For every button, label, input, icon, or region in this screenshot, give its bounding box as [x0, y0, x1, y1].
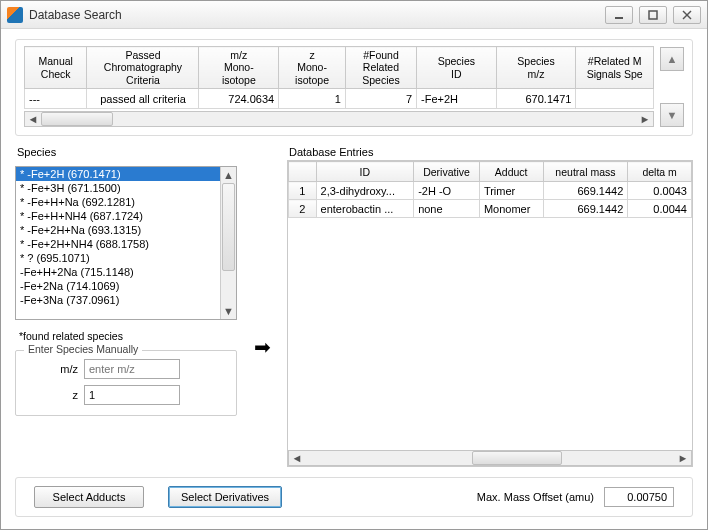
- db-label: Database Entries: [289, 146, 693, 158]
- db-cell-id: enterobactin ...: [316, 200, 414, 218]
- z-label: z: [24, 389, 78, 401]
- scroll-vtrack[interactable]: [221, 183, 236, 303]
- db-table[interactable]: ID Derivative Adduct neutral mass delta …: [288, 161, 692, 218]
- app-window: Database Search: [0, 0, 708, 530]
- species-item[interactable]: -Fe+3Na (737.0961): [16, 293, 220, 307]
- cell-mz-mono: 724.0634: [199, 89, 279, 109]
- z-input[interactable]: [84, 385, 180, 405]
- svg-rect-0: [615, 17, 623, 19]
- titlebar: Database Search: [1, 1, 707, 29]
- minimize-icon: [614, 10, 624, 20]
- bottom-bar: Select Adducts Select Derivatives Max. M…: [15, 477, 693, 517]
- scroll-left-icon[interactable]: ◄: [289, 451, 305, 465]
- svg-rect-1: [649, 11, 657, 19]
- db-col-delta-m[interactable]: delta m: [628, 162, 692, 182]
- db-cell-derivative: -2H -O: [414, 182, 480, 200]
- col-related-signals[interactable]: #Related M Signals Spe: [576, 47, 654, 89]
- db-col-derivative[interactable]: Derivative: [414, 162, 480, 182]
- arrow-down-icon: ▼: [667, 109, 678, 121]
- species-vscrollbar[interactable]: ▲ ▼: [220, 167, 236, 319]
- col-species-id[interactable]: Species ID: [417, 47, 497, 89]
- scroll-thumb[interactable]: [472, 451, 562, 465]
- db-table-wrap: ID Derivative Adduct neutral mass delta …: [287, 160, 693, 467]
- row-down-button[interactable]: ▼: [660, 103, 684, 127]
- db-cell-rownum: 2: [289, 200, 317, 218]
- close-button[interactable]: [673, 6, 701, 24]
- species-item[interactable]: * -Fe+2H+NH4 (688.1758): [16, 237, 220, 251]
- species-item[interactable]: * -Fe+H+NH4 (687.1724): [16, 209, 220, 223]
- db-cell-rownum: 1: [289, 182, 317, 200]
- species-footnote: *found related species: [19, 330, 237, 342]
- db-row[interactable]: 2enterobactin ...noneMonomer669.14420.00…: [289, 200, 692, 218]
- app-icon: [7, 7, 23, 23]
- manual-entry-legend: Enter Species Manually: [24, 343, 142, 355]
- cell-manual-check: ---: [25, 89, 87, 109]
- cell-z-mono: 1: [279, 89, 346, 109]
- row-nav-buttons: ▲ ▼: [660, 47, 684, 127]
- row-up-button[interactable]: ▲: [660, 47, 684, 71]
- results-table[interactable]: Manual Check Passed Chromatography Crite…: [24, 46, 654, 109]
- close-icon: [682, 10, 692, 20]
- scroll-vthumb[interactable]: [222, 183, 235, 271]
- species-item[interactable]: * -Fe+H+Na (692.1281): [16, 195, 220, 209]
- results-table-wrap: Manual Check Passed Chromatography Crite…: [24, 46, 654, 127]
- col-passed-criteria[interactable]: Passed Chromatography Criteria: [87, 47, 199, 89]
- col-manual-check[interactable]: Manual Check: [25, 47, 87, 89]
- species-item[interactable]: * -Fe+3H (671.1500): [16, 181, 220, 195]
- mid-row: Species * -Fe+2H (670.1471)* -Fe+3H (671…: [15, 146, 693, 467]
- cell-passed-criteria: passed all criteria: [87, 89, 199, 109]
- window-controls: [605, 6, 701, 24]
- db-column: Database Entries ID Derivative Adduct: [287, 146, 693, 467]
- arrow-right-icon: ➡: [254, 335, 271, 359]
- db-col-neutral-mass[interactable]: neutral mass: [543, 162, 628, 182]
- db-col-adduct[interactable]: Adduct: [479, 162, 543, 182]
- select-derivatives-button[interactable]: Select Derivatives: [168, 486, 282, 508]
- scroll-right-icon[interactable]: ►: [675, 451, 691, 465]
- cell-found-related: 7: [345, 89, 416, 109]
- species-item[interactable]: -Fe+2Na (714.1069): [16, 279, 220, 293]
- scroll-right-icon[interactable]: ►: [637, 112, 653, 126]
- db-cell-adduct: Trimer: [479, 182, 543, 200]
- db-cell-neutral-mass: 669.1442: [543, 200, 628, 218]
- cell-species-id: -Fe+2H: [417, 89, 497, 109]
- results-panel: Manual Check Passed Chromatography Crite…: [15, 39, 693, 136]
- scroll-up-icon[interactable]: ▲: [221, 167, 236, 183]
- maximize-button[interactable]: [639, 6, 667, 24]
- db-cell-adduct: Monomer: [479, 200, 543, 218]
- db-hscrollbar[interactable]: ◄ ►: [288, 450, 692, 466]
- cell-species-mz: 670.1471: [496, 89, 576, 109]
- species-listbox[interactable]: * -Fe+2H (670.1471)* -Fe+3H (671.1500)* …: [15, 166, 237, 320]
- select-adducts-button[interactable]: Select Adducts: [34, 486, 144, 508]
- species-column: Species * -Fe+2H (670.1471)* -Fe+3H (671…: [15, 146, 237, 467]
- species-item[interactable]: * ? (695.1071): [16, 251, 220, 265]
- results-hscrollbar[interactable]: ◄ ►: [24, 111, 654, 127]
- db-col-id[interactable]: ID: [316, 162, 414, 182]
- scroll-down-icon[interactable]: ▼: [221, 303, 236, 319]
- scroll-track[interactable]: [305, 451, 675, 465]
- offset-input[interactable]: [604, 487, 674, 507]
- db-cell-delta-m: 0.0044: [628, 200, 692, 218]
- col-z-monoisotope[interactable]: z Mono- isotope: [279, 47, 346, 89]
- scroll-track[interactable]: [41, 112, 637, 126]
- db-row[interactable]: 12,3-dihydroxy...-2H -OTrimer669.14420.0…: [289, 182, 692, 200]
- offset-label: Max. Mass Offset (amu): [477, 491, 594, 503]
- species-item[interactable]: * -Fe+2H (670.1471): [16, 167, 220, 181]
- mz-label: m/z: [24, 363, 78, 375]
- db-cell-neutral-mass: 669.1442: [543, 182, 628, 200]
- db-col-rownum[interactable]: [289, 162, 317, 182]
- col-mz-monoisotope[interactable]: m/z Mono- isotope: [199, 47, 279, 89]
- maximize-icon: [648, 10, 658, 20]
- db-cell-derivative: none: [414, 200, 480, 218]
- col-species-mz[interactable]: Species m/z: [496, 47, 576, 89]
- manual-entry-fieldset: Enter Species Manually m/z z: [15, 350, 237, 416]
- results-row[interactable]: --- passed all criteria 724.0634 1 7 -Fe…: [25, 89, 654, 109]
- client-area: Manual Check Passed Chromatography Crite…: [1, 29, 707, 529]
- col-found-related[interactable]: #Found Related Species: [345, 47, 416, 89]
- minimize-button[interactable]: [605, 6, 633, 24]
- scroll-left-icon[interactable]: ◄: [25, 112, 41, 126]
- scroll-thumb[interactable]: [41, 112, 113, 126]
- db-cell-delta-m: 0.0043: [628, 182, 692, 200]
- mz-input[interactable]: [84, 359, 180, 379]
- species-item[interactable]: -Fe+H+2Na (715.1148): [16, 265, 220, 279]
- species-item[interactable]: * -Fe+2H+Na (693.1315): [16, 223, 220, 237]
